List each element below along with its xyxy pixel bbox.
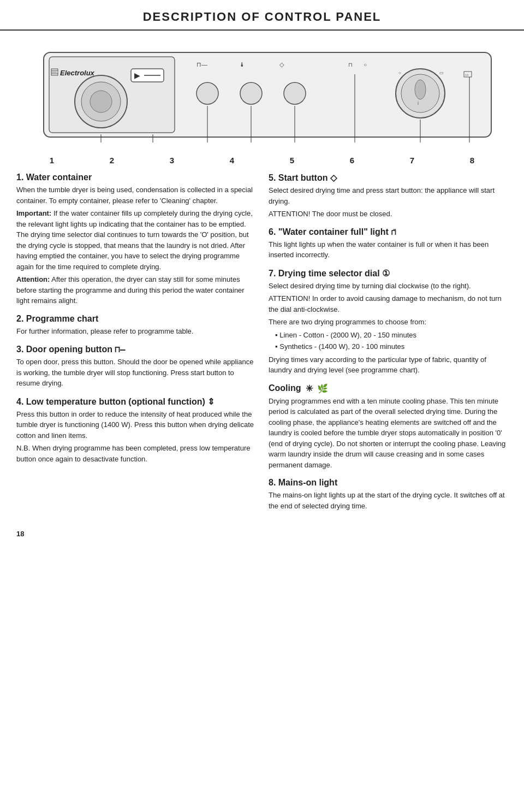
section-drying-dial: 7. Drying time selector dial ① Select de… [269, 268, 508, 376]
cooling-title: Cooling ✳ 🌿 [269, 383, 508, 394]
cooling-icon2: 🌿 [317, 383, 328, 394]
svg-text:▶: ▶ [134, 71, 140, 80]
svg-point-12 [90, 91, 112, 112]
section4-p1: Press this button in order to reduce the… [16, 409, 255, 441]
section1-p1: When the tumble dryer is being used, con… [16, 185, 255, 206]
section3-title: 3. Door opening button ⊓— [16, 344, 255, 354]
page-header: DESCRIPTION OF CONTROL PANEL [0, 0, 524, 31]
label-6: 6 [322, 156, 382, 165]
svg-text:⊓: ⊓ [348, 62, 353, 68]
programme-list: Linen - Cotton - (2000 W), 20 - 150 minu… [269, 330, 508, 352]
page-number: 18 [0, 524, 524, 543]
appliance-diagram: Electrolux ▶ ⊓— 🌡 ◇ [27, 42, 497, 152]
svg-text:▭: ▭ [439, 70, 444, 75]
section1-p3: Attention: After this operation, the dry… [16, 274, 255, 306]
cooling-icon1: ✳ [306, 383, 313, 394]
section3-p1: To open door, press this button. Should … [16, 357, 255, 389]
label-8: 8 [442, 156, 502, 165]
section-start-button: 5. Start button ◇ Select desired drying … [269, 173, 508, 220]
content-columns: 1. Water container When the tumble dryer… [0, 173, 524, 524]
section-water-container: 1. Water container When the tumble dryer… [16, 173, 255, 306]
section8-title: 8. Mains-on light [269, 478, 508, 488]
section1-p2: Important: If the water container fills … [16, 208, 255, 272]
section1-title: 1. Water container [16, 173, 255, 182]
section4-title: 4. Low temperature button (optional func… [16, 396, 255, 407]
label-7: 7 [382, 156, 442, 165]
svg-point-23 [415, 80, 426, 99]
svg-text:⊓—: ⊓— [196, 61, 207, 68]
section2-p1: For further information, please refer to… [16, 326, 255, 337]
section5-title: 5. Start button ◇ [269, 173, 508, 183]
svg-text:🌡: 🌡 [239, 61, 245, 68]
svg-point-18 [284, 82, 306, 104]
section6-title: 6. "Water container full" light ⊓̈ [269, 227, 508, 237]
section-low-temp-button: 4. Low temperature button (optional func… [16, 396, 255, 465]
svg-point-14 [196, 82, 218, 104]
section-cooling: Cooling ✳ 🌿 Drying programmes end with a… [269, 383, 508, 471]
section7-p1: Select desired drying time by turning di… [269, 281, 508, 292]
left-column: 1. Water container When the tumble dryer… [16, 173, 255, 513]
cooling-p1: Drying programmes end with a ten minute … [269, 396, 508, 471]
right-column: 5. Start button ◇ Select desired drying … [269, 173, 508, 513]
section7-p4: Drying times vary according to the parti… [269, 354, 508, 376]
section-programme-chart: 2. Programme chart For further informati… [16, 314, 255, 337]
programme-list-item-1: Linen - Cotton - (2000 W), 20 - 150 minu… [275, 330, 508, 341]
section8-p1: The mains-on light lights up at the star… [269, 490, 508, 511]
section7-p3: There are two drying programmes to choos… [269, 317, 508, 328]
label-4: 4 [202, 156, 262, 165]
diagram-section: Electrolux ▶ ⊓— 🌡 ◇ [0, 36, 524, 152]
svg-text:Electrolux: Electrolux [60, 69, 95, 77]
number-labels: 1 2 3 4 5 6 7 8 [0, 152, 524, 173]
page-title: DESCRIPTION OF CONTROL PANEL [22, 10, 502, 24]
svg-point-16 [240, 82, 262, 104]
appliance-svg: Electrolux ▶ ⊓— 🌡 ◇ [27, 42, 508, 151]
section4-p2: N.B. When drying programme has been comp… [16, 443, 255, 464]
section5-p1: Select desired drying time and press sta… [269, 185, 508, 206]
svg-text:○: ○ [398, 70, 401, 75]
section-mains-light: 8. Mains-on light The mains-on light lig… [269, 478, 508, 511]
svg-text:○: ○ [364, 62, 367, 68]
section7-p2: ATTENTION! In order to avoid causing dam… [269, 293, 508, 315]
section-water-full-light: 6. "Water container full" light ⊓̈ This … [269, 227, 508, 260]
svg-text:i: i [418, 100, 419, 106]
svg-text:▭: ▭ [465, 73, 469, 76]
label-3: 3 [142, 156, 202, 165]
svg-text:◇: ◇ [279, 61, 284, 68]
section2-title: 2. Programme chart [16, 314, 255, 324]
section-door-button: 3. Door opening button ⊓— To open door, … [16, 344, 255, 389]
section5-p2: ATTENTION! The door must be closed. [269, 209, 508, 220]
label-5: 5 [262, 156, 322, 165]
programme-list-item-2: Synthetics - (1400 W), 20 - 100 minutes [275, 341, 508, 352]
label-2: 2 [82, 156, 142, 165]
label-1: 1 [22, 156, 82, 165]
section6-p1: This light lights up when the water cont… [269, 239, 508, 260]
section7-title: 7. Drying time selector dial ① [269, 268, 508, 278]
